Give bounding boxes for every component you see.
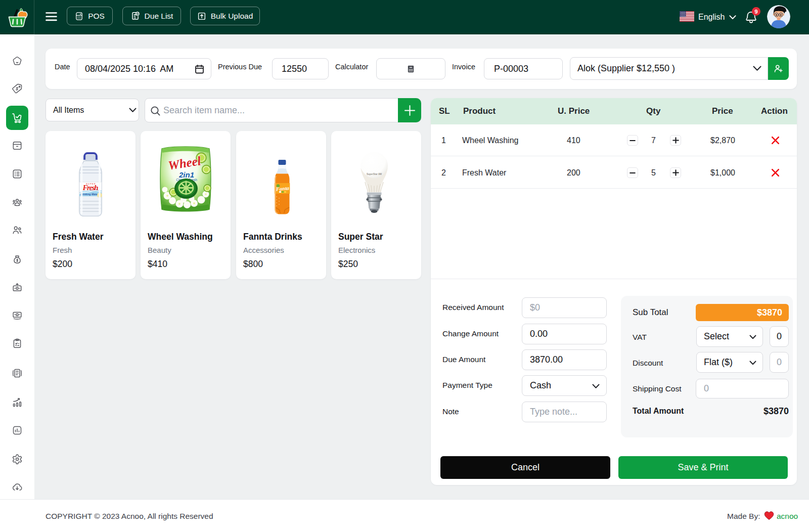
svg-text:Drinking Water: Drinking Water [80, 193, 99, 196]
svg-text:SuperStar 9W: SuperStar 9W [367, 173, 382, 175]
svg-text:SUPER: SUPER [86, 183, 96, 185]
